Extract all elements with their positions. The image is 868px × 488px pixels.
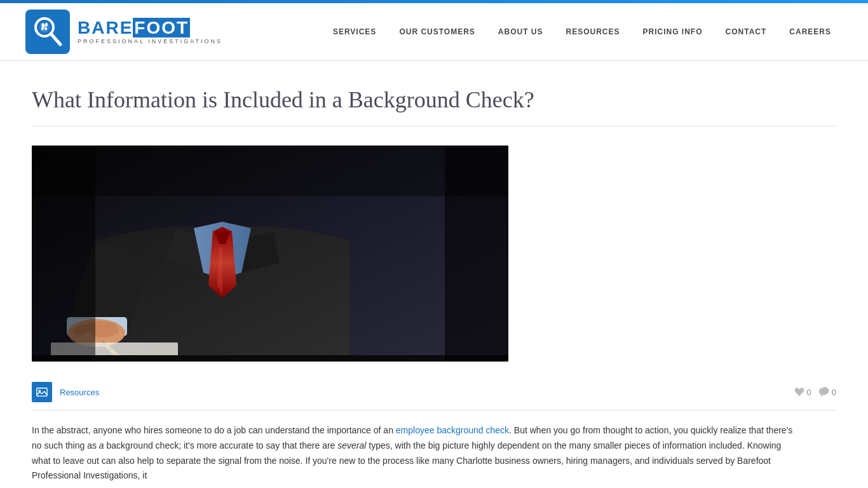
image-icon — [36, 386, 48, 398]
nav-item-services[interactable]: SERVICES — [322, 22, 388, 41]
like-count: 0 — [794, 387, 811, 397]
logo-icon — [25, 10, 70, 54]
comment-count: 0 — [819, 387, 836, 397]
svg-point-6 — [44, 27, 47, 30]
heart-icon — [794, 387, 804, 397]
employee-background-check-link[interactable]: employee background check — [396, 425, 509, 435]
category-link[interactable]: Resources — [60, 388, 99, 397]
nav-item-pricing-info[interactable]: PRICING INFO — [632, 22, 714, 41]
post-meta-left: Resources — [32, 382, 99, 402]
svg-rect-23 — [37, 388, 47, 396]
page-title: What Information is Included in a Backgr… — [32, 86, 836, 126]
nav-item-contact[interactable]: CONTACT — [714, 22, 778, 41]
nav-item-careers[interactable]: CAREERS — [778, 22, 843, 41]
featured-image-container — [32, 146, 836, 362]
logo-brand-text: BAREFOOT — [78, 19, 222, 37]
nav-item-our-customers[interactable]: OUR CUSTOMERS — [388, 22, 486, 41]
logo-sub-text: PROFESSIONAL INVESTIGATIONS — [78, 38, 222, 44]
svg-rect-22 — [32, 146, 508, 196]
main-nav: SERVICES OUR CUSTOMERS ABOUT US RESOURCE… — [322, 22, 843, 41]
nav-item-resources[interactable]: RESOURCES — [555, 22, 632, 41]
nav-item-about-us[interactable]: ABOUT US — [487, 22, 555, 41]
site-logo[interactable]: BAREFOOT PROFESSIONAL INVESTIGATIONS — [25, 10, 222, 54]
like-number: 0 — [807, 388, 811, 397]
site-header: BAREFOOT PROFESSIONAL INVESTIGATIONS SER… — [0, 3, 868, 61]
svg-point-2 — [39, 22, 50, 32]
svg-point-5 — [41, 27, 44, 30]
svg-rect-19 — [32, 355, 508, 362]
article-body: In the abstract, anyone who hires someon… — [32, 423, 794, 484]
post-meta-right: 0 0 — [794, 387, 836, 397]
main-content: What Information is Included in a Backgr… — [0, 61, 868, 488]
comment-icon — [819, 387, 829, 397]
featured-image-svg — [32, 146, 508, 362]
featured-image — [32, 146, 508, 362]
category-icon — [32, 382, 52, 402]
article-paragraph-1: In the abstract, anyone who hires someon… — [32, 423, 794, 484]
post-meta-bar: Resources 0 0 — [32, 374, 836, 410]
comment-number: 0 — [832, 388, 836, 397]
svg-rect-0 — [25, 10, 70, 54]
